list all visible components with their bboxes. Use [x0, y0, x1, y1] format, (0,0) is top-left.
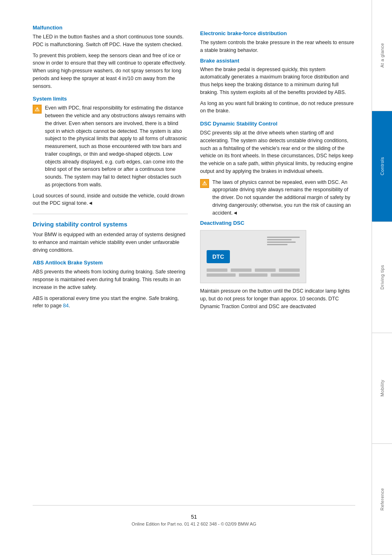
- footer-text: Online Edition for Part no. 01 41 2 602 …: [33, 521, 355, 526]
- warning-icon-system-limits: ⚠: [33, 105, 42, 114]
- brake-assistant-text: When the brake pedal is depressed quickl…: [200, 66, 355, 96]
- brake-assistant-section: Brake assistant When the brake pedal is …: [200, 58, 355, 115]
- deactivating-dsc-section: Deactivating DSC DTC: [200, 220, 355, 310]
- system-limits-warning-text: Even with PDC, final responsibility for …: [45, 104, 188, 188]
- abs-title: ABS Antilock Brake System: [33, 260, 188, 266]
- dtc-line-1: [267, 237, 300, 238]
- dsc-warning-text: The laws of physics cannot be repealed, …: [212, 179, 355, 217]
- two-col-layout: Malfunction The LED in the button flashe…: [33, 25, 355, 497]
- main-content: Malfunction The LED in the button flashe…: [0, 0, 372, 555]
- system-limits-warning: ⚠ Even with PDC, final responsibility fo…: [33, 104, 188, 188]
- sidebar-section-at-a-glance[interactable]: At a glance: [372, 0, 392, 111]
- system-limits-title: System limits: [33, 96, 188, 102]
- system-limits-extra: Loud sources of sound, inside and outsid…: [33, 192, 188, 208]
- sidebar-section-mobility[interactable]: Mobility: [372, 333, 392, 444]
- driving-stability-section: Driving stability control systems Your B…: [33, 221, 188, 310]
- brake-assistant-extra: As long as you want full braking to cont…: [200, 100, 355, 115]
- dtc-block-1: [207, 269, 227, 272]
- col-right: Electronic brake-force distribution The …: [200, 25, 355, 497]
- system-limits-section: System limits ⚠ Even with PDC, final res…: [33, 96, 188, 207]
- sidebar-section-controls[interactable]: Controls: [372, 111, 392, 222]
- abs-para-1: ABS prevents the wheels from locking dur…: [33, 268, 188, 291]
- dtc-block-3: [255, 269, 276, 272]
- dtc-bottom-row-2: [207, 273, 300, 277]
- malfunction-para-2: To prevent this problem, keep the sensor…: [33, 52, 188, 90]
- page-number: 51: [33, 514, 355, 520]
- driving-stability-title: Driving stability control systems: [33, 221, 188, 228]
- malfunction-title: Malfunction: [33, 25, 188, 31]
- sidebar: At a glance Controls Driving tips Mobili…: [372, 0, 392, 555]
- divider-1: [33, 214, 188, 214]
- dtc-block-6: [239, 273, 268, 277]
- sidebar-section-reference[interactable]: Reference: [372, 444, 392, 555]
- dsc-warning-block: ⚠ The laws of physics cannot be repealed…: [200, 179, 355, 217]
- dtc-bottom-lines: [207, 269, 300, 277]
- driving-stability-intro: Your BMW is equipped with an extended ar…: [33, 231, 188, 254]
- ebfd-title: Electronic brake-force distribution: [200, 30, 355, 36]
- warning-icon-dsc: ⚠: [200, 179, 209, 188]
- sidebar-label-mobility: Mobility: [380, 380, 385, 396]
- sidebar-label-at-a-glance: At a glance: [380, 43, 385, 68]
- sidebar-label-reference: Reference: [380, 488, 385, 510]
- brake-assistant-title: Brake assistant: [200, 58, 355, 64]
- dtc-lines: [267, 237, 300, 245]
- deactivating-dsc-title: Deactivating DSC: [200, 220, 355, 226]
- dtc-line-3: [267, 242, 296, 243]
- dtc-block-7: [271, 273, 300, 277]
- dtc-line-2: [267, 239, 292, 240]
- sidebar-label-driving-tips: Driving tips: [380, 265, 385, 289]
- abs-page-link[interactable]: 84: [63, 303, 69, 309]
- deactivating-dsc-caption: Maintain pressure on the button until th…: [200, 287, 355, 310]
- ebfd-section: Electronic brake-force distribution The …: [200, 30, 355, 54]
- dsc-title: DSC Dynamic Stability Control: [200, 121, 355, 127]
- col-left: Malfunction The LED in the button flashe…: [33, 25, 188, 497]
- dtc-image: DTC: [200, 230, 306, 283]
- dsc-section: DSC Dynamic Stability Control DSC preven…: [200, 121, 355, 217]
- dtc-button-visual: DTC: [207, 250, 230, 263]
- dtc-block-2: [231, 269, 252, 272]
- page-container: Malfunction The LED in the button flashe…: [0, 0, 392, 555]
- dtc-line-4: [267, 244, 287, 245]
- dsc-text: DSC prevents slip at the drive wheels wh…: [200, 129, 355, 175]
- sidebar-label-controls: Controls: [380, 157, 385, 175]
- abs-section: ABS Antilock Brake System ABS prevents t…: [33, 260, 188, 310]
- ebfd-text: The system controls the brake pressure i…: [200, 39, 355, 54]
- dtc-block-4: [279, 269, 300, 272]
- dtc-bottom-row-1: [207, 269, 300, 272]
- page-footer: 51 Online Edition for Part no. 01 41 2 6…: [33, 505, 355, 530]
- abs-para-2: ABS is operational every time you start …: [33, 295, 188, 310]
- malfunction-para-1: The LED in the button flashes and a shor…: [33, 33, 188, 49]
- malfunction-section: Malfunction The LED in the button flashe…: [33, 25, 188, 90]
- dtc-block-5: [207, 273, 236, 277]
- sidebar-section-driving-tips[interactable]: Driving tips: [372, 222, 392, 333]
